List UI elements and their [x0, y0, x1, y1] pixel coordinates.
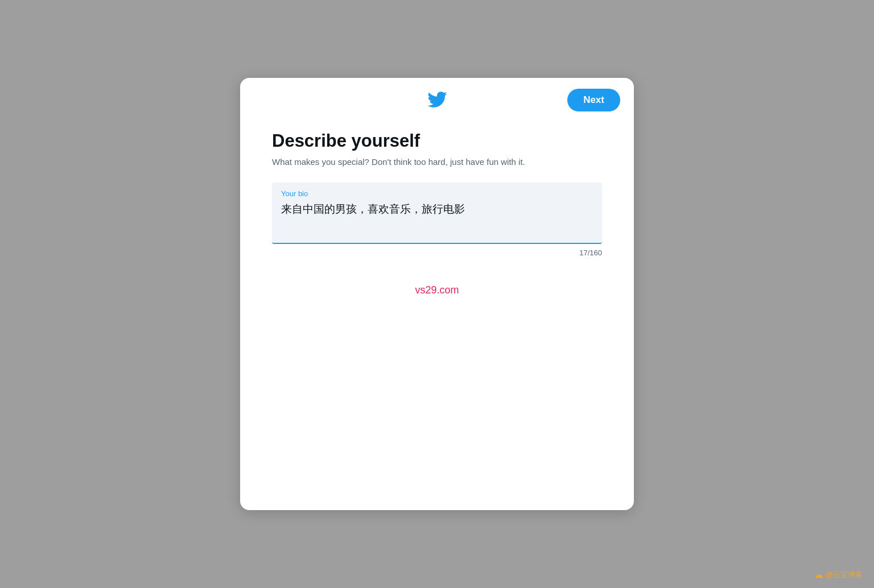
- char-count: 17/160: [272, 249, 602, 257]
- cloud-icon: ☁: [814, 569, 823, 580]
- bio-label: Your bio: [281, 189, 593, 198]
- page-title: Describe yourself: [272, 131, 602, 151]
- bottom-watermark-text: @云宝博客: [826, 570, 863, 580]
- next-button[interactable]: Next: [567, 89, 620, 111]
- modal-container: Next Describe yourself What makes you sp…: [240, 78, 634, 510]
- bottom-watermark: ☁ @云宝博客: [814, 569, 863, 580]
- twitter-logo-icon: [427, 89, 447, 113]
- modal-header: Next: [240, 78, 634, 122]
- bio-textarea[interactable]: [281, 201, 593, 241]
- watermark-text: vs29.com: [272, 284, 602, 296]
- modal-body: Describe yourself What makes you special…: [240, 122, 634, 319]
- page-subtitle: What makes you special? Don't think too …: [272, 157, 602, 167]
- bio-field-container: Your bio: [272, 183, 602, 244]
